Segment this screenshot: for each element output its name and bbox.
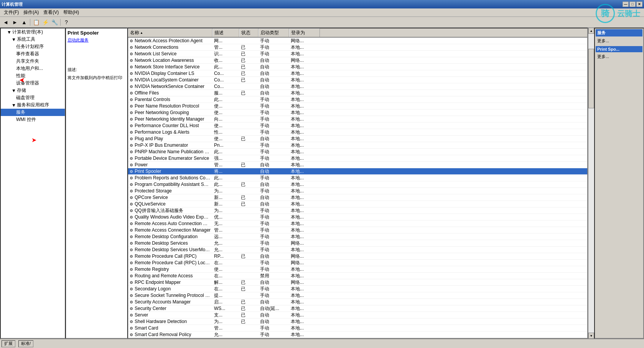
service-status-cell: 已 xyxy=(239,253,259,260)
table-row[interactable]: ⚙Peer Name Resolution Protocol使...手动本地..… xyxy=(128,103,587,109)
service-desc-cell: 新... xyxy=(212,201,239,207)
table-row[interactable]: ⚙QPCore Service新...已自动本地... xyxy=(128,194,587,201)
service-startup-cell: 手动 xyxy=(259,129,289,136)
service-name-cell: ⚙Protected Storage xyxy=(128,188,212,194)
table-row[interactable]: ⚙Remote Procedure Call (RPC)RP...已自动网络..… xyxy=(128,253,587,260)
table-row[interactable]: ⚙Portable Device Enumerator Service强...手… xyxy=(128,155,587,162)
menu-file[interactable]: 文件(F) xyxy=(2,8,21,17)
table-row[interactable]: ⚙NVIDIA LocalSystem ContainerCo...已自动本地.… xyxy=(128,77,587,83)
table-row[interactable]: ⚙Network Connections管...已手动本地... xyxy=(128,44,587,51)
table-row[interactable]: ⚙Parental Controls此...手动本地... xyxy=(128,96,587,103)
table-row[interactable]: ⚙Network Store Interface Service此...已自动本… xyxy=(128,64,587,70)
table-row[interactable]: ⚙Smart Card管...手动本地... xyxy=(128,325,587,331)
tree-device-manager[interactable]: 设备管理器 xyxy=(1,80,65,87)
toolbar-up[interactable]: ▲ xyxy=(20,18,28,27)
table-row[interactable]: ⚙Shell Hardware Detection为...已自动本地... xyxy=(128,318,587,325)
table-row[interactable]: ⚙Remote Procedure Call (RPC) Locator在...… xyxy=(128,260,587,266)
table-row[interactable]: ⚙Remote Desktop Configuration远...手动本地... xyxy=(128,234,587,240)
tree-task-scheduler[interactable]: 任务计划程序 xyxy=(1,43,65,50)
tree-performance[interactable]: 性能 xyxy=(1,72,65,80)
table-row[interactable]: ⚙Secure Socket Tunneling Protocol Se...提… xyxy=(128,292,587,299)
table-row[interactable]: ⚙Network Access Protection Agent网...手动网络… xyxy=(128,38,587,44)
tree-root[interactable]: ▼ 计算机管理(本) xyxy=(1,28,65,36)
table-row[interactable]: ⚙Security CenterWS...已自动(延...本地... xyxy=(128,305,587,312)
tree-system-tools[interactable]: ▼ 系统工具 xyxy=(1,36,65,43)
table-row[interactable]: ⚙Remote Desktop Services允...手动网络... xyxy=(128,240,587,247)
service-logon-cell: 本地... xyxy=(289,83,320,90)
toolbar-action[interactable]: ⚡ xyxy=(41,18,49,27)
tree-shared-folders[interactable]: 共享文件夹 xyxy=(1,58,65,65)
table-row[interactable]: ⚙QQLiveService新...已自动本地... xyxy=(128,201,587,207)
table-row[interactable]: ⚙PNRP Machine Name Publication Ser...此..… xyxy=(128,149,587,155)
table-row[interactable]: ⚙Remote Registry使...手动本地... xyxy=(128,266,587,273)
menu-action[interactable]: 操作(A) xyxy=(21,8,41,17)
table-row[interactable]: ⚙SNMP Trap接...手动本地... xyxy=(128,338,587,339)
tree-local-users[interactable]: 本地用户和... xyxy=(1,65,65,72)
service-name-cell: ⚙Remote Desktop Services xyxy=(128,240,212,246)
toolbar-forward[interactable]: ► xyxy=(11,18,19,27)
table-row[interactable]: ⚙Peer Networking Grouping使...手动本地... xyxy=(128,109,587,116)
service-logon-cell: 本地... xyxy=(289,227,320,234)
status-expand[interactable]: 扩展 xyxy=(2,340,15,347)
table-row[interactable]: ⚙Power管...已自动本地... xyxy=(128,162,587,168)
toolbar-back[interactable]: ◄ xyxy=(2,18,10,27)
menu-view[interactable]: 查看(V) xyxy=(41,8,61,17)
tree-svcapps-label: 服务和应用程序 xyxy=(17,102,49,108)
service-name-cell: ⚙Smart Card Removal Policy xyxy=(128,332,212,337)
table-row[interactable]: ⚙Plug and Play使...已自动本地... xyxy=(128,136,587,142)
scroll-track[interactable] xyxy=(588,34,594,333)
col-header-name[interactable]: 名称 ▲ xyxy=(128,28,212,37)
col-header-desc[interactable]: 描述 xyxy=(212,28,239,37)
table-row[interactable]: ⚙Peer Networking Identity Manager向...手动本… xyxy=(128,116,587,123)
tree-wmi[interactable]: WMI 控件 xyxy=(1,116,65,123)
right-sidebar-more2[interactable]: 更多... xyxy=(596,53,642,60)
table-row[interactable]: ⚙Quality Windows Audio Video Experi...优.… xyxy=(128,214,587,220)
table-row[interactable]: ⚙NVIDIA Display Container LSCo...已自动本地..… xyxy=(128,70,587,77)
toolbar-properties[interactable]: 🔧 xyxy=(50,18,59,27)
service-name-cell: ⚙Network Connections xyxy=(128,45,212,50)
service-desc-cell: 性... xyxy=(212,129,239,136)
table-row[interactable]: ⚙Remote Access Connection Manager管...手动本… xyxy=(128,227,587,234)
status-standard[interactable]: 标准/ xyxy=(18,340,33,347)
scrollbar[interactable]: ▲ ▼ xyxy=(588,28,594,339)
col-header-startup[interactable]: 启动类型 xyxy=(259,28,289,37)
table-row[interactable]: ⚙QQ拼音输入法基础服务为...手动本地... xyxy=(128,207,587,214)
tree-event-viewer[interactable]: 事件查看器 xyxy=(1,50,65,58)
table-row[interactable]: ⚙Performance Counter DLL Host使...手动本地... xyxy=(128,123,587,129)
desc-link-start[interactable]: 启动此服务 xyxy=(68,37,125,43)
table-row[interactable]: ⚙NVIDIA NetworkService ContainerCo...自动本… xyxy=(128,83,587,90)
table-row[interactable]: ⚙Smart Card Removal Policy允...手动本地... xyxy=(128,331,587,338)
table-row[interactable]: ⚙Print Spooler将...自动本地... xyxy=(128,168,587,175)
table-row[interactable]: ⚙Network List Service识...已手动本地... xyxy=(128,51,587,57)
scroll-down-button[interactable]: ▼ xyxy=(588,333,594,339)
table-row[interactable]: ⚙RPC Endpoint Mapper解...已自动网络... xyxy=(128,279,587,286)
tree-disk-mgmt[interactable]: 磁盘管理 xyxy=(1,94,65,101)
service-logon-cell: 本地... xyxy=(289,103,320,109)
tree-services-apps[interactable]: ▼ 服务和应用程序 xyxy=(1,101,65,109)
table-row[interactable]: ⚙Performance Logs & Alerts性...手动本地... xyxy=(128,129,587,136)
table-row[interactable]: ⚙Remote Desktop Services UserMode ...允..… xyxy=(128,247,587,253)
table-row[interactable]: ⚙Security Accounts Manager启...已自动本地... xyxy=(128,299,587,305)
table-row[interactable]: ⚙Protected Storage为...手动本地... xyxy=(128,188,587,194)
table-row[interactable]: ⚙PnP-X IP Bus EnumeratorPn...手动本地... xyxy=(128,142,587,149)
tree-storage[interactable]: ▼ 存储 xyxy=(1,87,65,94)
scroll-up-button[interactable]: ▲ xyxy=(588,28,594,34)
table-row[interactable]: ⚙Program Compatibility Assistant Servi..… xyxy=(128,181,587,188)
tree-localusers-label: 本地用户和... xyxy=(16,65,43,72)
table-row[interactable]: ⚙Server支...已自动本地... xyxy=(128,312,587,318)
table-row[interactable]: ⚙Remote Access Auto Connection Ma...无...… xyxy=(128,220,587,227)
toolbar-help[interactable]: ? xyxy=(62,18,71,27)
tree-services[interactable]: 服务 xyxy=(1,109,65,116)
table-row[interactable]: ⚙Network Location Awareness收...已自动网络... xyxy=(128,57,587,64)
toolbar-show-hide[interactable]: 📋 xyxy=(32,18,40,27)
col-header-status[interactable]: 状态 xyxy=(239,28,259,37)
col-header-logon[interactable]: 登录为 xyxy=(289,28,320,37)
scroll-thumb[interactable] xyxy=(588,49,594,109)
right-sidebar-more1[interactable]: 更多... xyxy=(596,37,642,45)
service-name-cell: ⚙Print Spooler xyxy=(128,169,212,174)
table-row[interactable]: ⚙Problem Reports and Solutions Contr...此… xyxy=(128,175,587,181)
table-row[interactable]: ⚙Routing and Remote Access在...禁用本地... xyxy=(128,273,587,279)
table-row[interactable]: ⚙Secondary Logon在...已手动本地... xyxy=(128,286,587,292)
menu-help[interactable]: 帮助(H) xyxy=(61,8,81,17)
table-row[interactable]: ⚙Offline Files服...已自动本地... xyxy=(128,90,587,96)
